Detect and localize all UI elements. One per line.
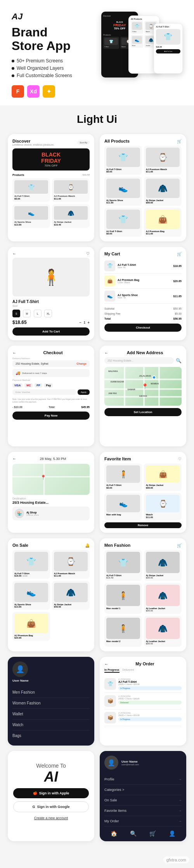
nav-home[interactable]: 🏠 <box>111 830 117 837</box>
notif-back-icon[interactable]: ← <box>12 456 16 461</box>
back-icon[interactable]: ← <box>12 251 16 256</box>
map-search-icon[interactable]: 🔍 <box>176 358 182 363</box>
nav-search[interactable]: 🔍 <box>130 830 137 837</box>
set-location-button[interactable]: Set Location <box>104 408 182 416</box>
size-s[interactable]: S <box>12 310 20 317</box>
hero-bullets: 50+ Premium Screens Well Organized Layer… <box>12 58 86 78</box>
ap-item-1[interactable]: 👕 Aj Full T-Shirt $9.65 <box>104 146 142 175</box>
map-search-input[interactable]: 252 Housing Estate... <box>104 357 174 364</box>
size-m[interactable]: M <box>23 310 31 317</box>
on-sale-icon[interactable]: 🔔 <box>85 543 90 548</box>
product-watch[interactable]: ⌚ AJ Premium Watch $11.65 <box>52 178 90 202</box>
menu-item-wallet[interactable]: Wallet <box>12 709 90 720</box>
product-shoe[interactable]: 👟 Aj Sports Shoe $13.65 <box>12 204 50 228</box>
qty-plus[interactable]: + <box>87 320 90 325</box>
menu-item-women-fashion[interactable]: Women Fashion <box>12 698 90 709</box>
discount-text: 70% OFF <box>16 164 87 167</box>
favorite-icon[interactable]: ♡ <box>178 457 182 461</box>
sale-item-1[interactable]: 👕 Aj Full T-Shirt $18.55 $4.80 <box>12 550 50 579</box>
cart-icon[interactable]: 🛒 <box>177 139 182 143</box>
coupon-input[interactable]: Enter Voucher <box>12 389 76 395</box>
map-screen: ← Add New Address 252 Housing Estate... … <box>100 346 186 446</box>
visa-icon[interactable]: VISA <box>12 383 23 388</box>
fav-item-4[interactable]: ⌚ Watch $11.65 <box>144 493 182 520</box>
ap-item-2[interactable]: ⌚ AJ Premium Watch $11.65 <box>144 146 182 175</box>
men-fashion-icon[interactable]: 🛒 <box>177 543 182 548</box>
size-label: Size <box>12 305 90 307</box>
applepay-icon[interactable]: Pay <box>44 383 53 388</box>
menu-item-watch[interactable]: Watch <box>12 720 90 730</box>
checkout-back-icon[interactable]: ← <box>12 351 16 355</box>
product-jacket[interactable]: 🧥 Aj Stripe Jacket $16.45 <box>52 204 90 228</box>
size-xl[interactable]: XL <box>44 310 52 317</box>
heart-icon[interactable]: ♡ <box>86 251 90 256</box>
welcome-screen: Welcome To AI 🍎 Sign in with Apple G Sig… <box>8 751 94 841</box>
destination-value: 25/3 Housing Estate... <box>12 501 90 505</box>
coupon-apply-btn[interactable]: Apply <box>78 389 90 395</box>
ap-item-4[interactable]: 🧥 Aj Stripe Jacket $98.65 <box>144 177 182 206</box>
checkout-button[interactable]: Checkout <box>104 324 182 332</box>
mf-item-6[interactable]: 🧥 Aj Leather Jacket $98.65 <box>144 616 182 647</box>
profile-item-categories[interactable]: Categories > <box>104 785 182 795</box>
checkout-note: Note: Use your order id at the payment. … <box>12 398 90 403</box>
notification-map: 📍 <box>12 464 90 495</box>
tab-delivered[interactable]: Delivered <box>123 668 134 673</box>
nav-profile[interactable]: 👤 <box>169 830 175 837</box>
fav-item-1[interactable]: 🧍 Aj Full T-Shirt $9.65 <box>104 463 142 491</box>
bullet-1: 50+ Premium Screens <box>12 58 86 64</box>
mf-item-3[interactable]: 🧍 Man model 1 <box>104 583 142 614</box>
map-back-icon[interactable]: ← <box>104 351 108 355</box>
on-sale-grid: 👕 Aj Full T-Shirt $18.55 $4.80 ⌚ AJ Prem… <box>12 550 90 641</box>
cart-icon-2[interactable]: 🛒 <box>177 252 182 256</box>
figma-icon: F <box>12 85 24 98</box>
favorite-screen: Favorite Item ♡ 🧍 Aj Full T-Shirt $9.65 … <box>100 452 186 533</box>
all-products-grid: 👕 Aj Full T-Shirt $9.65 ⌚ AJ Premium Wat… <box>104 146 182 237</box>
remove-button[interactable]: Remove <box>104 522 182 528</box>
payment-label: Payment Method <box>12 379 90 381</box>
address-field: 252 Housing Estate, Sylhat Change <box>12 360 90 367</box>
cart-item-2: 👜 AJ Premium Bag Color: Black $20.65 <box>104 274 182 289</box>
mf-item-4[interactable]: 🧥 Aj Leather Jacket $98.65 <box>144 583 182 614</box>
sale-item-3[interactable]: 👟 Aj Sports Shoe $13.65 <box>12 581 50 610</box>
favorite-title: Favorite Item <box>104 456 131 461</box>
order-back-icon[interactable]: ← <box>104 662 108 666</box>
mf-item-1[interactable]: 👕 Aj Full T-Shirt $16.40 <box>104 550 142 581</box>
fav-item-3[interactable]: 👟 Man with bag <box>104 493 142 520</box>
size-l[interactable]: L <box>34 310 42 317</box>
profile-item-orders[interactable]: My Order → <box>104 816 182 827</box>
paypal-icon[interactable]: PP <box>35 383 42 388</box>
destination-label: Destination <box>12 497 90 500</box>
sign-in-apple-button[interactable]: 🍎 Sign in with Apple <box>13 788 89 798</box>
see-all-link[interactable]: See All <box>82 174 90 176</box>
menu-item-bags[interactable]: Bags <box>12 730 90 741</box>
nav-cart[interactable]: 🛒 <box>149 830 156 837</box>
order-title: My Order <box>135 661 154 666</box>
add-to-cart-button[interactable]: Add To Cart <box>12 327 90 336</box>
fav-item-2[interactable]: 👜 Aj Stripe Jacket $98.65 <box>144 463 182 491</box>
ap-item-3[interactable]: 👟 Aj Sports Shoe $11.65 <box>104 177 142 206</box>
menu-item-men-fashion[interactable]: Men Fashion <box>12 687 90 698</box>
qty-minus[interactable]: − <box>79 320 81 325</box>
ap-item-5[interactable]: 👕 AJ Full T-Shirt $9.65 <box>104 208 142 237</box>
profile-item-on-sale[interactable]: On Sale → <box>104 795 182 806</box>
mastercard-icon[interactable]: MC <box>24 383 33 388</box>
sale-item-2[interactable]: ⌚ AJ Premium Watch $11.65 <box>52 550 90 579</box>
product-tshirt[interactable]: 👕 Aj Full T-Shirt $9.65 <box>12 178 50 202</box>
bottom-nav: 🏠 🔍 🛒 👤 <box>104 830 182 837</box>
tab-in-progress[interactable]: In Progress <box>104 668 120 673</box>
mf-item-5[interactable]: 🧍 Man model 2 <box>104 616 142 647</box>
profile-item-favorites[interactable]: Favorite Items → <box>104 806 182 816</box>
sort-button[interactable]: Sort By <box>77 141 90 145</box>
cart-item-1: 👕 AJ Full T-Shirt Size: M $18.65 <box>104 258 182 274</box>
mf-item-2[interactable]: 🧥 Aj Stripe Jacket $98.65 <box>144 550 182 581</box>
all-products-screen: All Products 🛒 👕 Aj Full T-Shirt $9.65 ⌚… <box>100 134 186 241</box>
create-account-link[interactable]: Create a new account <box>34 816 68 820</box>
checkout-screen: ← Checkout Delivery Address 252 Housing … <box>8 346 94 446</box>
ap-item-6[interactable]: 👜 AJ Premium Bag $11.65 <box>144 208 182 237</box>
pay-now-button[interactable]: Pay Now <box>12 412 90 420</box>
sale-item-4[interactable]: 🧥 Aj Stripe Jacket $49.55 <box>52 581 90 610</box>
sale-item-5[interactable]: 👜 AJ Premium Bag $20.65 <box>12 612 50 641</box>
sign-in-google-button[interactable]: G Sign in with Google <box>13 801 89 812</box>
profile-item-profile[interactable]: Profile → <box>104 774 182 785</box>
change-address-btn[interactable]: Change <box>76 362 87 365</box>
